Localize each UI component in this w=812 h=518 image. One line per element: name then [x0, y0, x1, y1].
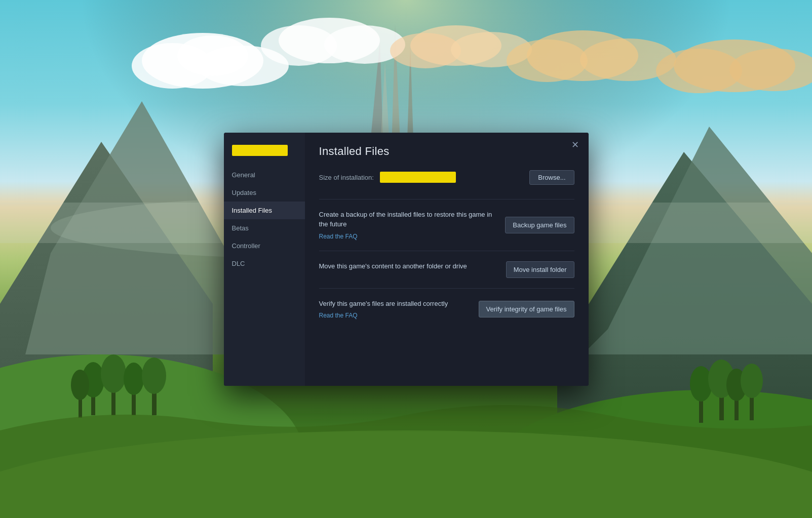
verify-description: Verify this game's files are installed c…: [319, 299, 471, 320]
verify-faq-link[interactable]: Read the FAQ: [319, 312, 358, 319]
backup-description: Create a backup of the installed files t…: [319, 210, 497, 241]
sidebar: General Updates Installed Files Betas Co…: [224, 133, 305, 386]
move-button[interactable]: Move install folder: [506, 261, 574, 278]
size-row: Size of installation: Browse...: [319, 170, 574, 185]
sidebar-item-dlc[interactable]: DLC: [224, 255, 305, 272]
backup-text: Create a backup of the installed files t…: [319, 210, 497, 229]
properties-dialog: General Updates Installed Files Betas Co…: [224, 133, 589, 386]
verify-section: Verify this game's files are installed c…: [319, 288, 574, 330]
sidebar-item-general[interactable]: General: [224, 166, 305, 184]
dialog-overlay: General Updates Installed Files Betas Co…: [0, 0, 812, 518]
backup-section: Create a backup of the installed files t…: [319, 199, 574, 251]
size-label: Size of installation:: [319, 174, 374, 181]
game-title-area: [224, 141, 305, 166]
sidebar-item-betas[interactable]: Betas: [224, 219, 305, 237]
sidebar-item-installed-files[interactable]: Installed Files: [224, 202, 305, 219]
verify-text: Verify this game's files are installed c…: [319, 299, 471, 309]
sidebar-nav: General Updates Installed Files Betas Co…: [224, 166, 305, 272]
browse-button[interactable]: Browse...: [529, 170, 574, 185]
page-title: Installed Files: [319, 145, 574, 158]
move-section: Move this game's content to another fold…: [319, 251, 574, 288]
sidebar-item-updates[interactable]: Updates: [224, 184, 305, 202]
move-description: Move this game's content to another fold…: [319, 261, 498, 273]
size-value-bar: [380, 172, 456, 183]
game-title-highlight: [232, 145, 288, 156]
main-content: ✕ Installed Files Size of installation: …: [305, 133, 589, 386]
sidebar-item-controller[interactable]: Controller: [224, 237, 305, 255]
backup-faq-link[interactable]: Read the FAQ: [319, 233, 358, 240]
close-button[interactable]: ✕: [569, 139, 582, 151]
move-text: Move this game's content to another fold…: [319, 261, 498, 271]
backup-button[interactable]: Backup game files: [505, 217, 574, 233]
verify-button[interactable]: Verify integrity of game files: [479, 301, 574, 317]
